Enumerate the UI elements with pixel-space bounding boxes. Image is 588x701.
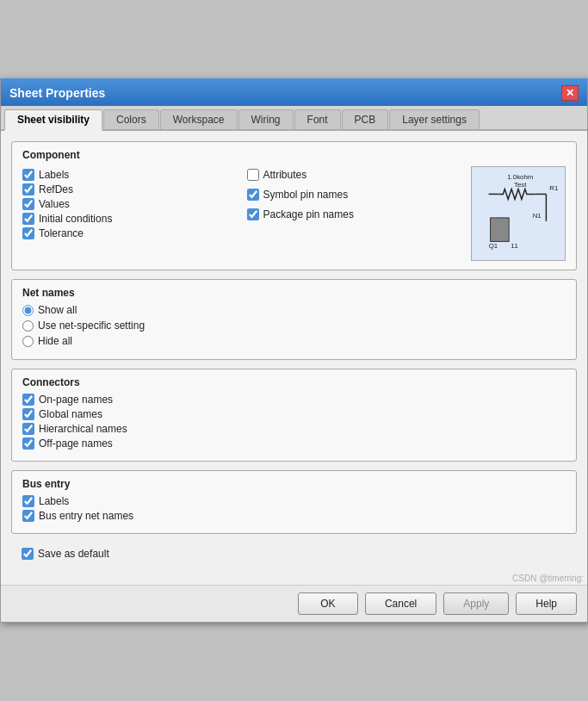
show-all-label: Show all bbox=[38, 304, 77, 316]
ok-button[interactable]: OK bbox=[298, 592, 358, 615]
values-checkbox[interactable] bbox=[22, 198, 34, 210]
close-button[interactable]: ✕ bbox=[561, 85, 579, 101]
save-default-label: Save as default bbox=[38, 548, 109, 560]
checkbox-symbol-pin-names: Symbol pin names bbox=[247, 189, 465, 201]
tab-pcb[interactable]: PCB bbox=[342, 109, 389, 129]
checkbox-hierarchical-names: Hierarchical names bbox=[22, 423, 566, 435]
package-pin-names-checkbox[interactable] bbox=[247, 208, 259, 220]
component-right-col: Attributes Symbol pin names Package pin … bbox=[247, 166, 465, 261]
button-bar: OK Cancel Apply Help bbox=[1, 585, 587, 622]
off-page-names-label: Off-page names bbox=[39, 437, 113, 450]
values-label: Values bbox=[39, 198, 70, 210]
dialog: Sheet Properties ✕ Sheet visibility Colo… bbox=[0, 78, 588, 623]
checkbox-values: Values bbox=[22, 198, 240, 210]
net-specific-label: Use net-specific setting bbox=[38, 319, 145, 332]
checkbox-initial-conditions: Initial conditions bbox=[22, 213, 240, 225]
save-default-checkbox[interactable] bbox=[22, 548, 34, 560]
refdes-checkbox[interactable] bbox=[22, 183, 34, 195]
initial-conditions-checkbox[interactable] bbox=[22, 213, 34, 225]
on-page-names-label: On-page names bbox=[39, 394, 113, 406]
svg-text:Test: Test bbox=[514, 181, 527, 189]
svg-text:1.0kohm: 1.0kohm bbox=[507, 173, 534, 181]
net-names-group: Net names Show all Use net-specific sett… bbox=[11, 279, 577, 360]
component-group-label: Component bbox=[22, 149, 566, 161]
tolerance-checkbox[interactable] bbox=[22, 227, 34, 239]
package-pin-names-label: Package pin names bbox=[263, 208, 354, 220]
checkbox-attributes: Attributes bbox=[247, 169, 465, 181]
connectors-group: Connectors On-page names Global names Hi… bbox=[11, 369, 577, 462]
svg-text:R1: R1 bbox=[549, 184, 558, 192]
svg-text:11: 11 bbox=[511, 242, 518, 250]
hierarchical-names-checkbox[interactable] bbox=[22, 423, 34, 435]
radio-show-all: Show all bbox=[22, 304, 566, 316]
svg-rect-7 bbox=[491, 218, 510, 241]
bus-entry-group-label: Bus entry bbox=[22, 478, 566, 490]
component-group: Component Labels RefDes Values bbox=[11, 141, 577, 270]
checkbox-labels: Labels bbox=[22, 169, 240, 181]
net-specific-radio[interactable] bbox=[22, 320, 34, 332]
tolerance-label: Tolerance bbox=[39, 227, 84, 239]
cancel-button[interactable]: Cancel bbox=[365, 592, 436, 615]
hide-all-radio[interactable] bbox=[22, 336, 34, 347]
symbol-pin-names-label: Symbol pin names bbox=[263, 189, 349, 201]
component-preview: 1.0kohm Test R1 N1 Q1 bbox=[471, 166, 566, 261]
component-left-col: Labels RefDes Values Initial conditions bbox=[22, 166, 240, 261]
on-page-names-checkbox[interactable] bbox=[22, 394, 34, 406]
connectors-group-label: Connectors bbox=[22, 376, 566, 388]
dialog-title: Sheet Properties bbox=[9, 86, 105, 100]
checkbox-off-page-names: Off-page names bbox=[22, 437, 566, 450]
hide-all-label: Hide all bbox=[38, 335, 72, 347]
help-button[interactable]: Help bbox=[516, 592, 577, 615]
tab-colors[interactable]: Colors bbox=[103, 109, 159, 129]
preview-svg: 1.0kohm Test R1 N1 Q1 bbox=[472, 167, 565, 260]
bus-entry-group: Bus entry Labels Bus entry net names bbox=[11, 470, 577, 534]
tab-workspace[interactable]: Workspace bbox=[160, 109, 238, 129]
off-page-names-checkbox[interactable] bbox=[22, 437, 34, 450]
radio-hide-all: Hide all bbox=[22, 335, 566, 347]
svg-text:Q1: Q1 bbox=[489, 242, 498, 250]
tab-wiring[interactable]: Wiring bbox=[238, 109, 294, 129]
bus-entry-net-names-label: Bus entry net names bbox=[39, 510, 133, 522]
net-names-group-label: Net names bbox=[22, 287, 566, 299]
global-names-checkbox[interactable] bbox=[22, 408, 34, 420]
labels-label: Labels bbox=[39, 169, 69, 181]
show-all-radio[interactable] bbox=[22, 305, 34, 316]
symbol-pin-names-checkbox[interactable] bbox=[247, 189, 259, 201]
initial-conditions-label: Initial conditions bbox=[39, 213, 112, 225]
content-area: Component Labels RefDes Values bbox=[1, 131, 587, 574]
bus-labels-checkbox[interactable] bbox=[22, 495, 34, 507]
hierarchical-names-label: Hierarchical names bbox=[39, 423, 127, 435]
bus-entry-net-names-checkbox[interactable] bbox=[22, 510, 34, 522]
bottom-area: Save as default bbox=[11, 543, 577, 563]
bus-labels-label: Labels bbox=[39, 495, 69, 507]
refdes-label: RefDes bbox=[39, 183, 73, 195]
checkbox-on-page-names: On-page names bbox=[22, 394, 566, 406]
checkbox-bus-entry-net-names: Bus entry net names bbox=[22, 510, 566, 522]
watermark: CSDN @timerring: bbox=[1, 574, 587, 585]
apply-button[interactable]: Apply bbox=[443, 592, 509, 615]
global-names-label: Global names bbox=[39, 408, 102, 420]
radio-net-specific: Use net-specific setting bbox=[22, 319, 566, 332]
tab-sheet-visibility[interactable]: Sheet visibility bbox=[4, 109, 102, 131]
checkbox-tolerance: Tolerance bbox=[22, 227, 240, 239]
tabs: Sheet visibility Colors Workspace Wiring… bbox=[1, 106, 587, 131]
tab-font[interactable]: Font bbox=[294, 109, 341, 129]
title-bar: Sheet Properties ✕ bbox=[1, 80, 587, 106]
checkbox-global-names: Global names bbox=[22, 408, 566, 420]
svg-text:N1: N1 bbox=[533, 212, 542, 220]
labels-checkbox[interactable] bbox=[22, 169, 34, 181]
checkbox-refdes: RefDes bbox=[22, 183, 240, 195]
tab-layer-settings[interactable]: Layer settings bbox=[389, 109, 480, 129]
attributes-checkbox[interactable] bbox=[247, 169, 259, 181]
checkbox-bus-labels: Labels bbox=[22, 495, 566, 507]
save-default-row: Save as default bbox=[22, 548, 109, 560]
attributes-label: Attributes bbox=[263, 169, 307, 181]
checkbox-package-pin-names: Package pin names bbox=[247, 208, 465, 220]
